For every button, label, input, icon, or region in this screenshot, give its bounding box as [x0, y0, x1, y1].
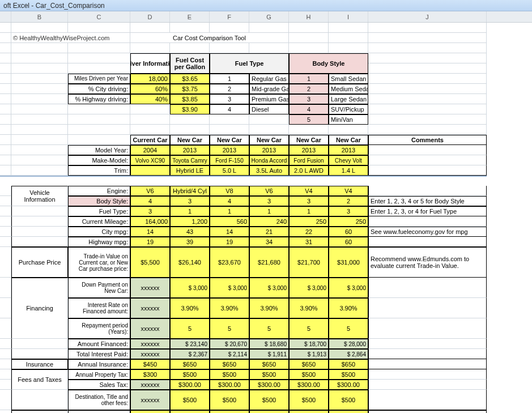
miles-driven-value[interactable]: 18,000 — [130, 74, 170, 84]
makemodel-2[interactable]: Ford F-150 — [210, 155, 249, 165]
modelyear-3[interactable]: 2013 — [249, 145, 289, 155]
bodystyle-3[interactable]: 3 — [249, 196, 289, 206]
curmileage-3[interactable]: 240 — [249, 216, 289, 227]
citympg-4[interactable]: 22 — [289, 227, 329, 237]
fueltype-v2[interactable]: 1 — [210, 206, 249, 216]
modelyear-2[interactable]: 2013 — [210, 145, 249, 155]
trim-1[interactable]: Hybrid LE — [170, 165, 210, 176]
period-2[interactable]: 5 — [210, 318, 249, 339]
modelyear-0[interactable]: 2004 — [130, 145, 170, 155]
curmileage-2[interactable]: 560 — [210, 216, 249, 227]
proptax-5[interactable]: $500 — [329, 369, 368, 380]
insurance-2[interactable]: $650 — [210, 359, 249, 369]
period-1[interactable]: 5 — [170, 318, 210, 339]
fuel-cost-3[interactable]: $3.90 — [170, 104, 210, 114]
trim-4[interactable]: 2.0 L AWD — [289, 165, 329, 176]
modelyear-4[interactable]: 2013 — [289, 145, 329, 155]
curmileage-1[interactable]: 1,200 — [170, 216, 210, 227]
fueltype-v0[interactable]: 3 — [130, 206, 170, 216]
trim-2[interactable]: 5.0 L — [210, 165, 249, 176]
salestax-4[interactable]: $300.00 — [289, 380, 329, 390]
fueltype-v4[interactable]: 1 — [289, 206, 329, 216]
citympg-0[interactable]: 14 — [130, 227, 170, 237]
curmileage-0[interactable]: 164,000 — [130, 216, 170, 227]
proptax-4[interactable]: $500 — [289, 369, 329, 380]
engine-5[interactable]: V4 — [329, 186, 368, 196]
fuel-cost-0[interactable]: $3.65 — [170, 74, 210, 84]
dest-5[interactable]: $500 — [329, 390, 368, 410]
proptax-1[interactable]: $500 — [170, 369, 210, 380]
makemodel-0[interactable]: Volvo XC90 — [130, 155, 170, 165]
citympg-2[interactable]: 14 — [210, 227, 249, 237]
age-5[interactable]: 0 — [329, 410, 368, 413]
proptax-0[interactable]: $300 — [130, 369, 170, 380]
down-3[interactable]: $ 3,000 — [249, 278, 289, 298]
curmileage-4[interactable]: 250 — [289, 216, 329, 227]
tradein-4[interactable]: $21,700 — [289, 247, 329, 278]
engine-0[interactable]: V6 — [130, 186, 170, 196]
engine-1[interactable]: Hybrid/4 Cyl — [170, 186, 210, 196]
hwympg-5[interactable]: 60 — [329, 237, 368, 247]
age-4[interactable]: 0 — [289, 410, 329, 413]
trim-3[interactable]: 3.5L Auto — [249, 165, 289, 176]
hwympg-1[interactable]: 39 — [170, 237, 210, 247]
makemodel-1[interactable]: Toyota Camry — [170, 155, 210, 165]
dest-3[interactable]: $500 — [249, 390, 289, 410]
engine-2[interactable]: V8 — [210, 186, 249, 196]
fuel-cost-1[interactable]: $3.75 — [170, 84, 210, 94]
fueltype-v1[interactable]: 1 — [170, 206, 210, 216]
insurance-4[interactable]: $650 — [289, 359, 329, 369]
fueltype-v5[interactable]: 3 — [329, 206, 368, 216]
down-1[interactable]: $ 3,000 — [170, 278, 210, 298]
hwy-driving-value[interactable]: 40% — [130, 94, 170, 104]
bodystyle-4[interactable]: 3 — [289, 196, 329, 206]
spreadsheet-grid[interactable]: © HealthyWealthyWiseProject.com Car Cost… — [0, 23, 532, 413]
proptax-3[interactable]: $500 — [249, 369, 289, 380]
tradein-5[interactable]: $31,000 — [329, 247, 368, 278]
insurance-3[interactable]: $650 — [249, 359, 289, 369]
period-3[interactable]: 5 — [249, 318, 289, 339]
dest-1[interactable]: $500 — [170, 390, 210, 410]
curmileage-5[interactable]: 250 — [329, 216, 368, 227]
salestax-5[interactable]: $300.00 — [329, 380, 368, 390]
dest-2[interactable]: $500 — [210, 390, 249, 410]
hwympg-2[interactable]: 19 — [210, 237, 249, 247]
fuel-cost-2[interactable]: $3.85 — [170, 94, 210, 104]
age-3[interactable]: 0 — [249, 410, 289, 413]
insurance-1[interactable]: $650 — [170, 359, 210, 369]
hwympg-4[interactable]: 31 — [289, 237, 329, 247]
trim-5[interactable]: 1.4 L — [329, 165, 368, 176]
salestax-3[interactable]: $300.00 — [249, 380, 289, 390]
rate-4[interactable]: 3.90% — [289, 298, 329, 318]
makemodel-3[interactable]: Honda Accord — [249, 155, 289, 165]
rate-3[interactable]: 3.90% — [249, 298, 289, 318]
fueltype-v3[interactable]: 1 — [249, 206, 289, 216]
tradein-0[interactable]: $5,500 — [130, 247, 170, 278]
insurance-0[interactable]: $450 — [130, 359, 170, 369]
bodystyle-1[interactable]: 3 — [170, 196, 210, 206]
proptax-2[interactable]: $500 — [210, 369, 249, 380]
tradein-2[interactable]: $23,670 — [210, 247, 249, 278]
rate-5[interactable]: 3.90% — [329, 298, 368, 318]
engine-3[interactable]: V6 — [249, 186, 289, 196]
tradein-1[interactable]: $26,140 — [170, 247, 210, 278]
age-1[interactable]: 0 — [170, 410, 210, 413]
down-5[interactable]: $ 3,000 — [329, 278, 368, 298]
down-2[interactable]: $ 3,000 — [210, 278, 249, 298]
citympg-5[interactable]: 60 — [329, 227, 368, 237]
age-2[interactable]: 0 — [210, 410, 249, 413]
rate-2[interactable]: 3.90% — [210, 298, 249, 318]
rate-1[interactable]: 3.90% — [170, 298, 210, 318]
period-5[interactable]: 5 — [329, 318, 368, 339]
bodystyle-0[interactable]: 4 — [130, 196, 170, 206]
modelyear-1[interactable]: 2013 — [170, 145, 210, 155]
engine-4[interactable]: V4 — [289, 186, 329, 196]
citympg-1[interactable]: 43 — [170, 227, 210, 237]
bodystyle-2[interactable]: 4 — [210, 196, 249, 206]
hwympg-3[interactable]: 34 — [249, 237, 289, 247]
makemodel-5[interactable]: Chevy Volt — [329, 155, 368, 165]
salestax-1[interactable]: $300.00 — [170, 380, 210, 390]
city-driving-value[interactable]: 60% — [130, 84, 170, 94]
age-0[interactable]: 9 — [130, 410, 170, 413]
bodystyle-5[interactable]: 2 — [329, 196, 368, 206]
